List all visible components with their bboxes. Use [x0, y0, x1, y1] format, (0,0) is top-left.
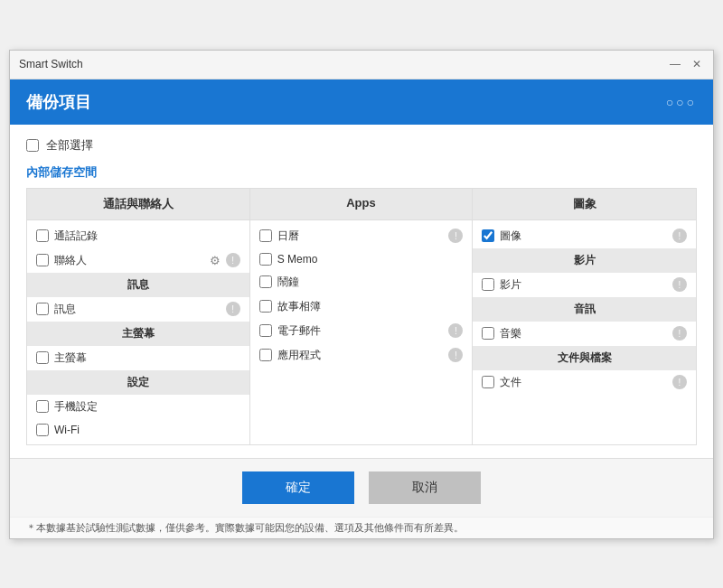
list-item: 手機設定	[27, 395, 249, 419]
footer: 確定 取消	[10, 458, 713, 517]
list-item: 故事相簿	[250, 294, 473, 319]
checkbox-story[interactable]	[259, 300, 272, 313]
item-label: 聯絡人	[54, 253, 204, 268]
list-item: 影片 !	[473, 273, 696, 297]
close-button[interactable]: ✕	[690, 58, 704, 70]
list-item: 文件 !	[473, 370, 696, 395]
checkbox-images[interactable]	[482, 229, 494, 242]
item-label: 文件	[500, 375, 667, 390]
select-all-label: 全部選擇	[46, 137, 93, 154]
col-header-0: 通話與聯絡人	[27, 189, 250, 219]
grid-body: 通話記錄 聯絡人 ⚙ ! 訊息 訊息 !	[27, 220, 696, 444]
list-item: 鬧鐘	[250, 270, 473, 294]
item-label: Wi-Fi	[54, 424, 240, 436]
info-icon: !	[672, 326, 687, 341]
item-label: 鬧鐘	[277, 275, 464, 290]
confirm-button[interactable]: 確定	[242, 471, 354, 504]
checkbox-call-log[interactable]	[36, 229, 49, 242]
list-item: Wi-Fi	[27, 419, 249, 441]
checkbox-messages[interactable]	[36, 303, 49, 315]
list-item: S Memo	[250, 248, 473, 270]
subsection-header: 訊息	[27, 273, 249, 297]
main-grid: 通話與聯絡人 Apps 圖象 通話記錄 聯絡人 ⚙ !	[26, 188, 697, 445]
checkbox-calendar[interactable]	[259, 229, 272, 242]
info-icon: !	[448, 323, 463, 338]
header-dots: ○○○	[666, 95, 697, 109]
checkbox-alarm[interactable]	[259, 275, 272, 288]
info-icon: !	[672, 277, 687, 292]
subsection-header: 音訊	[473, 297, 696, 322]
list-item: 主螢幕	[27, 346, 249, 370]
item-label: 手機設定	[54, 399, 240, 415]
item-label: 訊息	[54, 302, 221, 317]
list-item: 音樂 !	[473, 322, 696, 346]
list-item: 圖像 !	[473, 224, 696, 248]
col-header-1: Apps	[250, 189, 474, 219]
window-title: Smart Switch	[19, 58, 83, 70]
item-label: 應用程式	[277, 348, 444, 363]
checkbox-wifi[interactable]	[36, 424, 49, 436]
minimize-button[interactable]: —	[668, 58, 682, 70]
item-label: 音樂	[500, 326, 667, 341]
item-label: S Memo	[277, 253, 464, 266]
list-item: 應用程式 !	[250, 343, 473, 368]
title-bar-controls: — ✕	[668, 58, 704, 70]
bottom-hint: ＊本數據基於試驗性測試數據，僅供參考。實際數據可能因您的設備、選項及其他條件而有…	[10, 517, 713, 538]
grid-col-2: 圖像 ! 影片 影片 ! 音訊 音樂 !	[473, 220, 696, 444]
checkbox-apps[interactable]	[259, 349, 272, 361]
checkbox-email[interactable]	[259, 324, 272, 337]
item-label: 電子郵件	[277, 323, 444, 339]
select-all-checkbox[interactable]	[26, 139, 39, 152]
main-window: Smart Switch — ✕ 備份項目 ○○○ 全部選擇 內部儲存空間 通話…	[9, 50, 714, 539]
item-label: 通話記錄	[54, 229, 240, 244]
item-label: 日曆	[277, 229, 444, 244]
content-area: 全部選擇 內部儲存空間 通話與聯絡人 Apps 圖象 通話記錄	[10, 125, 713, 458]
list-item: 聯絡人 ⚙ !	[27, 248, 249, 273]
checkbox-phone-settings[interactable]	[36, 400, 49, 413]
header-bar: 備份項目 ○○○	[10, 79, 713, 125]
list-item: 電子郵件 !	[250, 319, 473, 343]
info-icon: !	[226, 302, 240, 316]
internal-storage-label: 內部儲存空間	[26, 164, 697, 181]
info-icon: !	[448, 348, 463, 362]
checkbox-contacts[interactable]	[36, 254, 49, 266]
info-icon: !	[448, 229, 463, 243]
grid-col-1: 日曆 ! S Memo 鬧鐘 故事相簿	[250, 220, 474, 444]
subsection-header: 主螢幕	[27, 322, 249, 346]
info-icon: !	[672, 375, 687, 389]
item-label: 主螢幕	[54, 350, 240, 366]
checkbox-music[interactable]	[482, 327, 494, 340]
subsection-header: 設定	[27, 370, 249, 395]
subsection-header: 影片	[473, 248, 696, 273]
list-item: 訊息 !	[27, 297, 249, 322]
list-item: 日曆 !	[250, 224, 473, 248]
checkbox-homescreen[interactable]	[36, 351, 49, 364]
gear-icon: ⚙	[210, 254, 221, 267]
grid-col-0: 通話記錄 聯絡人 ⚙ ! 訊息 訊息 !	[27, 220, 250, 444]
checkbox-smemo[interactable]	[259, 253, 272, 266]
list-item: 通話記錄	[27, 224, 249, 248]
select-all-row: 全部選擇	[26, 137, 697, 154]
item-label: 故事相簿	[277, 299, 464, 314]
info-icon: !	[672, 229, 687, 243]
info-icon: !	[226, 253, 240, 267]
item-label: 影片	[500, 277, 667, 293]
header-title: 備份項目	[26, 91, 91, 113]
checkbox-video[interactable]	[482, 278, 494, 291]
grid-header: 通話與聯絡人 Apps 圖象	[27, 189, 696, 220]
subsection-header: 文件與檔案	[473, 346, 696, 370]
checkbox-documents[interactable]	[482, 376, 494, 388]
cancel-button[interactable]: 取消	[369, 471, 481, 504]
col-header-2: 圖象	[473, 189, 696, 219]
item-label: 圖像	[500, 229, 667, 244]
title-bar: Smart Switch — ✕	[10, 51, 713, 79]
